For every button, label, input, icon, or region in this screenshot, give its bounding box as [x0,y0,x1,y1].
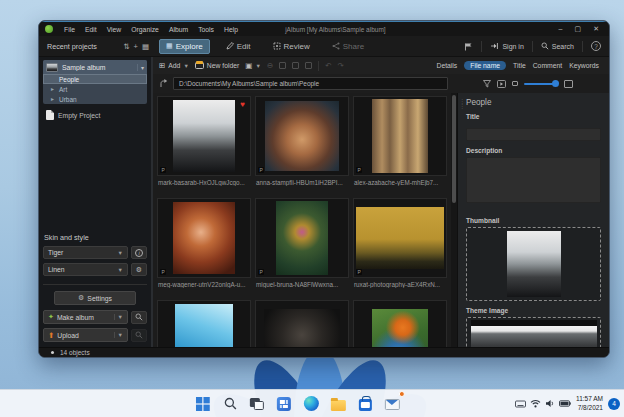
thumbnail-dropzone[interactable] [466,227,601,301]
photo-red-haired-woman[interactable] [173,202,235,274]
start-button[interactable] [193,394,213,414]
description-textarea[interactable] [466,157,601,203]
status-bar: 14 objects [39,347,609,357]
menu-tools[interactable]: Tools [193,26,219,33]
skin-dropdown[interactable]: Tiger ▼ [43,246,128,259]
view-mode-file-name[interactable]: File name [464,61,506,70]
taskbar-clock[interactable]: 11:57 AM 7/8/2021 [576,395,603,413]
sign-in-button[interactable]: Sign in [490,42,523,50]
tree-item-sample-album[interactable]: Sample album ▾ [43,60,147,74]
menu-file[interactable]: File [59,26,80,33]
chevron-down-icon[interactable]: ▼ [114,314,123,320]
maximize-button[interactable]: ▢ [575,25,582,33]
chevron-down-icon[interactable]: ▼ [114,332,123,338]
tab-share[interactable]: Share [326,40,370,53]
edge-button[interactable] [301,394,321,414]
photo-cyclists-yellow-wall[interactable] [356,207,444,269]
skin-info-button[interactable]: i [131,246,147,259]
photo-smiling-child[interactable] [265,101,339,171]
address-row: D:\Documents\My Albums\Sample album\Peop… [153,74,609,93]
tree-item-art[interactable]: ► Art [43,84,147,94]
photo-orange-hair-woman[interactable] [372,309,428,347]
new-folder-button[interactable]: New folder [195,62,240,69]
menu-edit[interactable]: Edit [80,26,102,33]
volume-icon[interactable] [545,399,555,408]
view-mode-title[interactable]: Title [513,62,526,69]
view-mode-comment[interactable]: Comment [533,62,562,69]
task-view-button[interactable] [247,394,267,414]
slideshow-icon[interactable] [497,80,506,88]
grid-item-7[interactable] [157,300,251,347]
up-level-icon[interactable] [159,79,168,88]
mail-button[interactable] [382,394,402,414]
people-flag-badge: P [356,269,362,275]
search-button[interactable]: Search [541,42,574,50]
tree-item-urban[interactable]: ► Urban [43,94,147,104]
taskbar-search-button[interactable] [220,394,240,414]
address-path-input[interactable]: D:\Documents\My Albums\Sample album\Peop… [173,77,448,90]
sort-icon[interactable]: ⇅ [123,42,129,51]
view-mode-keywords[interactable]: Keywords [569,62,599,69]
store-button[interactable] [355,394,375,414]
grid-item-9[interactable] [353,300,447,347]
close-button[interactable]: ✕ [593,25,599,33]
preview-search-button[interactable] [131,311,147,324]
add-project-icon[interactable]: + [134,42,138,51]
photo-man-in-dark[interactable] [264,309,340,347]
file-explorer-button[interactable] [328,394,348,414]
image-icon: ▣ [245,61,252,70]
menu-view[interactable]: View [102,26,127,33]
grid-item-3[interactable]: P alex-azabache-yEM-mhEjb7... [353,96,447,196]
grid-item-4[interactable]: P meg-wagener-utnV22onlgA-u... [157,198,251,298]
explore-grid-icon: ▦ [166,42,173,50]
microsoft-store-icon [358,399,371,411]
grid-item-2[interactable]: P anna-stampfli-HBUm1iH2BPI... [255,96,349,196]
grid-view-icon[interactable]: ▦ [142,42,149,51]
menu-organize[interactable]: Organize [126,26,164,33]
photo-people-on-mountain-rocks[interactable] [173,100,235,172]
feedback-flag-icon[interactable] [464,42,473,51]
taskbar: 11:57 AM 7/8/2021 4 [0,389,624,417]
title-input[interactable] [466,128,601,141]
menu-help[interactable]: Help [219,26,243,33]
insert-image-button[interactable]: ▣ ▼ [245,61,261,70]
tab-explore[interactable]: ▦ Explore [159,39,210,54]
style-dropdown[interactable]: Linen ▼ [43,263,128,276]
expand-triangle-icon[interactable]: ► [50,86,56,92]
battery-icon[interactable] [559,400,571,407]
grid-item-5[interactable]: P miguel-bruna-NA8FlWwxna... [255,198,349,298]
menu-album[interactable]: Album [164,26,193,33]
favorite-heart-icon[interactable]: ♥ [240,100,245,109]
tab-review[interactable]: Review [267,40,316,53]
photo-underwater-swimmer[interactable] [175,304,233,347]
grid-item-1[interactable]: P ♥ mark-basarab-HxOJLgwJcgo... [157,96,251,196]
photo-woman-colorful-dress[interactable] [276,201,328,275]
expand-triangle-icon[interactable]: ► [50,96,56,102]
theme-image-dropzone[interactable] [466,317,601,347]
upload-button[interactable]: ⬆ Upload ▼ [43,328,128,342]
tree-item-people[interactable]: People [43,74,147,84]
thumbnail-size-slider[interactable] [524,83,558,85]
tree-item-empty-project[interactable]: Empty Project [43,108,147,122]
make-album-button[interactable]: ✦ Make album ▼ [43,310,128,324]
minimize-button[interactable]: – [559,25,563,33]
photo-person-among-columns[interactable] [372,99,428,173]
grid-item-6[interactable]: P ruxat-photography-aEX4RxN... [353,198,447,298]
recent-projects-label: Recent projects [47,42,97,51]
scrollbar-thumb[interactable] [452,95,456,203]
style-settings-button[interactable]: ⚙ [131,263,147,276]
touch-keyboard-icon[interactable] [515,400,526,408]
slider-knob[interactable] [552,80,559,87]
help-button[interactable]: ? [591,41,601,51]
tab-edit[interactable]: Edit [220,40,257,53]
notification-count-badge[interactable]: 4 [608,398,620,410]
panel-drag-handle[interactable]: ⋮⋮ [459,99,465,109]
wifi-icon[interactable] [530,399,541,408]
settings-button[interactable]: ⚙ Settings [54,291,136,305]
widgets-button[interactable] [274,394,294,414]
grid-item-8[interactable] [255,300,349,347]
add-button[interactable]: ⊞ Add ▼ [159,61,189,70]
view-mode-details[interactable]: Details [436,62,457,69]
filter-funnel-icon[interactable] [483,80,491,88]
chevron-down-icon[interactable]: ▾ [137,64,144,71]
